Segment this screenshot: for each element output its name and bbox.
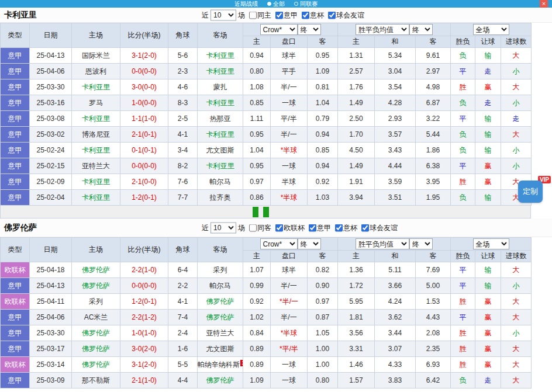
match-date: 25-04-06 xyxy=(30,310,72,325)
checkbox-input[interactable] xyxy=(249,224,257,231)
result-handicap: 输 xyxy=(475,278,501,294)
col-header-corners: 角球 xyxy=(168,23,198,48)
close-icon[interactable]: × xyxy=(540,0,548,8)
league-badge: 意甲 xyxy=(1,64,30,79)
result-handicap: 赢 xyxy=(475,310,501,325)
league-badge: 欧联杯 xyxy=(1,294,30,310)
home-team: 佛罗伦萨 xyxy=(72,325,120,341)
avg-draw: 3.62 xyxy=(375,310,416,325)
filter-bar: 近10场同客欧联杯意甲意杯球会友谊 xyxy=(202,222,398,233)
handicap: *半/一 xyxy=(271,294,308,310)
avg-draw: 4.28 xyxy=(375,95,416,111)
filter-checkbox-球会友谊[interactable]: 球会友谊 xyxy=(361,223,398,233)
league-badge: 意甲 xyxy=(1,127,30,143)
filter-checkbox-同客[interactable]: 同客 xyxy=(249,223,271,233)
checkbox-input[interactable] xyxy=(361,224,369,231)
result-outcome: 负 xyxy=(451,143,475,158)
recent-count-select[interactable]: 10 xyxy=(211,9,236,20)
handicap: *半球 xyxy=(271,325,308,341)
odds-dropdown-cell: Crow*终 xyxy=(243,23,338,36)
home-team: 佛罗伦萨 xyxy=(72,357,120,373)
odds-home: 0.84 xyxy=(243,325,271,341)
tr: 类型日期主场比分(半场)角球客场Crow*终胜平负均值终全场 xyxy=(1,238,532,251)
avg-home: 1.49 xyxy=(338,158,375,174)
checkbox-label: 同客 xyxy=(257,223,271,233)
odds-home: 0.92 xyxy=(243,294,271,310)
team-note-badge: 1 xyxy=(240,360,243,366)
avg-home: 3.31 xyxy=(338,341,375,357)
league-badge: 意甲 xyxy=(1,373,30,388)
filter-checkbox-意甲[interactable]: 意甲 xyxy=(309,223,331,233)
sub-header: 和 xyxy=(375,251,416,262)
avg-home: 5.95 xyxy=(338,294,375,310)
checkbox-input[interactable] xyxy=(275,11,283,19)
checkbox-input[interactable] xyxy=(328,11,336,19)
customize-button[interactable]: 定制 xyxy=(518,181,543,203)
filter-checkbox-意杯[interactable]: 意杯 xyxy=(302,10,324,20)
avg-type-select[interactable]: 胜平负均值 xyxy=(356,238,409,249)
league-badge: 意甲 xyxy=(1,310,30,325)
radio-same-league[interactable]: 同联赛 xyxy=(294,0,318,8)
result-goals: 大 xyxy=(501,310,532,325)
checkbox-input[interactable] xyxy=(309,224,316,231)
score: 1-0(1-0) xyxy=(120,325,168,341)
scope-select[interactable]: 全场 xyxy=(473,24,509,35)
section-title-row: 卡利亚里近10场同主意甲意杯球会友谊 xyxy=(0,8,552,23)
checkbox-input[interactable] xyxy=(275,224,283,231)
filter-checkbox-同主[interactable]: 同主 xyxy=(249,10,271,20)
radio-all[interactable]: 全部 xyxy=(267,0,285,8)
checkbox-label: 同主 xyxy=(257,10,271,20)
avg-home: 2.57 xyxy=(338,64,375,79)
scope-select[interactable]: 全场 xyxy=(473,238,509,249)
avg-away: 1.95 xyxy=(416,190,451,206)
away-team: 卡利亚里 xyxy=(198,158,243,174)
checkbox-input[interactable] xyxy=(249,11,257,19)
sub-header: 进球数 xyxy=(501,36,532,48)
match-date: 25-02-09 xyxy=(30,174,72,190)
top-bar: 近期战绩 全部 同联赛 × xyxy=(0,0,552,8)
odds-company-select[interactable]: Crow* xyxy=(260,238,298,249)
odds-home: 1.09 xyxy=(243,373,271,388)
sub-header: 客 xyxy=(416,36,451,48)
avg-type-select[interactable]: 胜平负均值 xyxy=(356,24,409,35)
corners: 6-4 xyxy=(168,262,198,278)
result-handicap: 输 xyxy=(475,127,501,143)
corners: 4-6 xyxy=(168,79,198,95)
recent-count-select[interactable]: 10 xyxy=(211,222,236,233)
result-handicap: 输 xyxy=(475,111,501,127)
team-name: 佛罗伦萨 xyxy=(0,223,37,233)
filter-checkbox-欧联杯[interactable]: 欧联杯 xyxy=(275,223,305,233)
odds-time-select[interactable]: 终 xyxy=(298,24,321,35)
avg-away: 6.87 xyxy=(416,95,451,111)
away-team: 佛罗伦萨 xyxy=(198,310,243,325)
avg-away: 3.22 xyxy=(416,111,451,127)
result-handicap: 赢 xyxy=(475,325,501,341)
odds-home: 0.97 xyxy=(243,174,271,190)
league-badge: 意甲 xyxy=(1,48,30,64)
odds-away: 0.80 xyxy=(308,373,338,388)
league-badge: 意甲 xyxy=(1,174,30,190)
col-header-score: 比分(半场) xyxy=(120,23,168,48)
avg-time-select[interactable]: 终 xyxy=(409,238,433,249)
avg-draw: 3.66 xyxy=(375,278,416,294)
handicap: *平/半 xyxy=(271,341,308,357)
result-outcome: 负 xyxy=(451,95,475,111)
corners: 2-2 xyxy=(168,278,198,294)
league-badge: 欧联杯 xyxy=(1,262,30,278)
team-section: 佛罗伦萨近10场同客欧联杯意甲意杯球会友谊类型日期主场比分(半场)角球客场Cro… xyxy=(0,218,552,388)
corners: 5-5 xyxy=(168,357,198,373)
handicap: 一球 xyxy=(271,158,308,174)
odds-time-select[interactable]: 终 xyxy=(298,238,321,249)
checkbox-input[interactable] xyxy=(302,11,309,19)
filter-checkbox-意杯[interactable]: 意杯 xyxy=(335,223,357,233)
match-row: 意甲25-03-30卡利亚里3-0(0-0)4-6蒙扎1.08半/一0.811.… xyxy=(1,79,532,95)
league-badge: 意甲 xyxy=(1,278,30,294)
checkbox-input[interactable] xyxy=(335,224,343,231)
filter-checkbox-意甲[interactable]: 意甲 xyxy=(275,10,298,20)
odds-company-select[interactable]: Crow* xyxy=(260,24,298,35)
filter-checkbox-球会友谊[interactable]: 球会友谊 xyxy=(328,10,364,20)
avg-time-select[interactable]: 终 xyxy=(409,24,433,35)
checkbox-label: 球会友谊 xyxy=(370,223,398,233)
away-team: 蒙扎 xyxy=(198,79,243,95)
sub-header: 胜负 xyxy=(451,36,475,48)
